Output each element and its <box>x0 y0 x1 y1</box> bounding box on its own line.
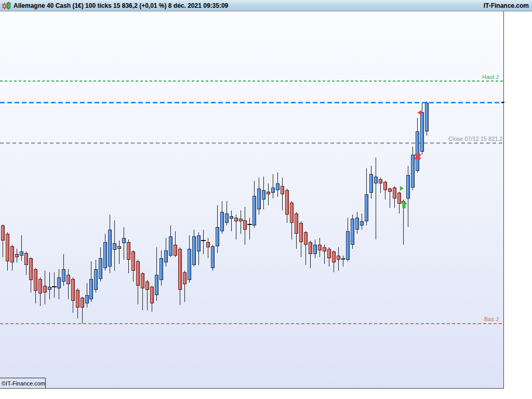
chart-title: Allemagne 40 Cash (1€) 100 ticks 15 836,… <box>14 2 228 9</box>
candlestick-logo-icon <box>2 2 12 10</box>
chart-plot-area[interactable] <box>0 11 504 389</box>
price-axis[interactable] <box>504 11 532 399</box>
watermark-text: ©IT-Finance.com <box>2 380 45 387</box>
chart-window: 15 86015 85015 84015 83015 82015 81015 8… <box>0 0 532 399</box>
app-header: Allemagne 40 Cash (1€) 100 ticks 15 836,… <box>0 0 532 11</box>
time-axis[interactable] <box>0 389 504 399</box>
brand-label: IT-Finance.com <box>484 2 529 9</box>
watermark-box: ©IT-Finance.com <box>0 378 46 389</box>
